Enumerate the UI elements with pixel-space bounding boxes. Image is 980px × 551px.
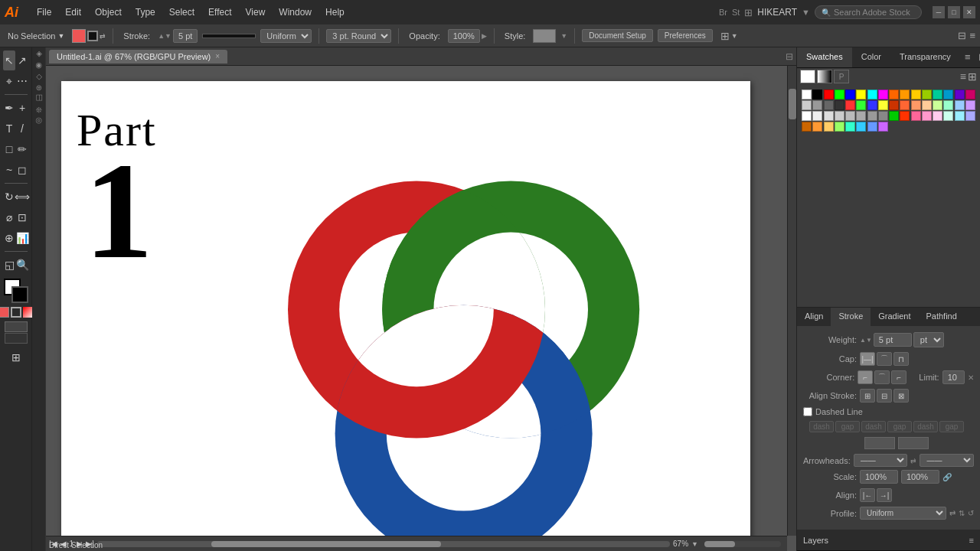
weight-control[interactable]: ▲▼ 5 pt pt <box>860 332 944 347</box>
swatch-item[interactable] <box>943 100 953 110</box>
lasso-tool[interactable]: ⌖ <box>3 71 15 91</box>
limit-info[interactable]: ✕ <box>968 373 974 382</box>
swatch-item[interactable] <box>911 90 921 99</box>
swatch-item[interactable] <box>845 122 855 132</box>
swatch-item[interactable] <box>802 90 812 99</box>
swatch-item[interactable] <box>802 111 812 121</box>
maximize-button[interactable]: □ <box>948 6 960 18</box>
left-extra-icon-3[interactable]: ◇ <box>34 73 43 82</box>
panel-list-icon[interactable]: ≡ <box>969 30 975 41</box>
weight-unit-select[interactable]: pt <box>913 332 944 347</box>
magic-wand-tool[interactable]: ⋯ <box>16 71 28 91</box>
swatch-item[interactable] <box>812 90 822 99</box>
swatch-item[interactable] <box>835 90 844 99</box>
fill-icon[interactable] <box>0 307 9 318</box>
eraser-tool[interactable]: ◻ <box>16 160 28 180</box>
swatch-item[interactable] <box>965 100 975 110</box>
bevel-corner-btn[interactable]: ⌐ <box>891 370 906 384</box>
swatch-item[interactable] <box>856 111 866 121</box>
direct-selection-tool[interactable]: ↗ <box>16 51 28 70</box>
tab-color[interactable]: Color <box>852 47 890 67</box>
swatch-item[interactable] <box>856 122 866 132</box>
stock-icon[interactable]: St <box>732 8 740 17</box>
left-extra-icon-1[interactable]: ◈ <box>34 51 43 59</box>
tab-stroke[interactable]: Stroke <box>831 308 871 326</box>
swatch-menu-btn[interactable]: ≡ <box>960 70 966 83</box>
smooth-tool[interactable]: ~ <box>3 160 15 180</box>
warp-tool[interactable]: ⌀ <box>3 207 15 227</box>
scale-val-1[interactable]: 100% <box>860 470 898 484</box>
profile-select[interactable]: Uniform <box>860 507 946 520</box>
arrow-end-select[interactable]: —— <box>920 454 974 467</box>
search-box[interactable]: 🔍 Search Adobe Stock <box>815 5 922 19</box>
swatch-item[interactable] <box>955 100 965 110</box>
swatch-item[interactable] <box>900 90 910 99</box>
align-btn-1[interactable]: |← <box>860 488 875 502</box>
swatch-item[interactable] <box>955 111 965 121</box>
swatch-item[interactable] <box>889 90 899 99</box>
dash-3[interactable]: dash <box>913 421 938 432</box>
swatch-item[interactable] <box>845 90 855 99</box>
free-transform-tool[interactable]: ⊡ <box>16 207 28 227</box>
menu-file[interactable]: File <box>31 4 57 21</box>
gap-1[interactable]: gap <box>835 421 860 432</box>
outside-align-btn[interactable]: ⊠ <box>893 389 909 403</box>
artboard-btn[interactable]: ⊞ <box>3 347 29 367</box>
rect-tool[interactable]: □ <box>3 139 15 159</box>
doc-tab-close[interactable]: × <box>215 52 220 60</box>
rotate-tool[interactable]: ↻ <box>3 187 15 207</box>
left-extra-icon-2[interactable]: ◉ <box>34 62 43 70</box>
swatch-item[interactable] <box>933 111 942 121</box>
color-selector[interactable] <box>4 279 28 303</box>
swatch-item[interactable] <box>835 111 844 121</box>
gap-2[interactable]: gap <box>887 421 912 432</box>
tab-swatches[interactable]: Swatches <box>797 47 852 67</box>
swatch-item[interactable] <box>955 90 965 99</box>
swatch-item[interactable] <box>856 100 866 110</box>
weight-updown[interactable]: ▲▼ <box>860 337 872 344</box>
swatch-item[interactable] <box>812 122 822 132</box>
point-round-select[interactable]: 3 pt. Round <box>326 29 391 43</box>
swatch-grid-btn[interactable]: ⊞ <box>968 70 977 83</box>
menu-object[interactable]: Object <box>89 4 128 21</box>
tab-pathfind[interactable]: Pathfind <box>918 308 964 326</box>
tab-gradient[interactable]: Gradient <box>871 308 918 326</box>
add-anchor-tool[interactable]: + <box>16 98 28 118</box>
h-scroll-thumb[interactable] <box>211 541 440 547</box>
hikeart-dropdown[interactable]: ▼ <box>802 8 810 17</box>
fill-color[interactable] <box>72 29 86 43</box>
scale-link-icon[interactable]: 🔗 <box>942 473 952 481</box>
swap-icon[interactable]: ⇄ <box>100 32 106 40</box>
dashed-style-2[interactable] <box>898 437 929 449</box>
swatch-item[interactable] <box>835 122 844 132</box>
opacity-val[interactable]: 100% <box>448 29 480 43</box>
zoom-tool[interactable]: 🔍 <box>16 255 28 275</box>
gradient-tool[interactable]: ◱ <box>3 255 15 275</box>
menu-effect[interactable]: Effect <box>202 4 237 21</box>
swatch-item[interactable] <box>867 100 877 110</box>
menu-window[interactable]: Window <box>273 4 318 21</box>
arrange-panels-icon[interactable]: ⊟ <box>786 51 793 62</box>
pencil-tool[interactable]: ✏ <box>16 139 28 159</box>
left-extra-icon-7[interactable]: ◎ <box>34 117 43 126</box>
menu-help[interactable]: Help <box>319 4 351 21</box>
zoom-slider[interactable] <box>704 541 781 547</box>
swatch-item[interactable] <box>889 111 899 121</box>
normal-mode[interactable] <box>5 321 28 332</box>
swatch-item[interactable] <box>911 100 921 110</box>
swatch-item[interactable] <box>812 100 822 110</box>
left-extra-icon-4[interactable]: ⊛ <box>34 85 43 91</box>
dash-1[interactable]: dash <box>809 421 834 432</box>
stroke-color[interactable] <box>87 31 98 41</box>
preferences-button[interactable]: Preferences <box>658 29 713 42</box>
profile-reset[interactable]: ↺ <box>968 509 974 517</box>
dashed-style-1[interactable] <box>864 437 895 449</box>
left-extra-icon-5[interactable]: ◫ <box>34 94 43 103</box>
profile-flip-v[interactable]: ⇅ <box>959 509 965 517</box>
miter-corner-btn[interactable]: ⌐ <box>858 370 873 384</box>
round-cap-btn[interactable]: ⌒ <box>877 352 892 366</box>
swatch-item[interactable] <box>802 100 812 110</box>
solid-swatch-btn[interactable] <box>800 70 815 83</box>
stroke-val[interactable]: 5 pt <box>173 29 198 43</box>
swatch-item[interactable] <box>900 111 910 121</box>
